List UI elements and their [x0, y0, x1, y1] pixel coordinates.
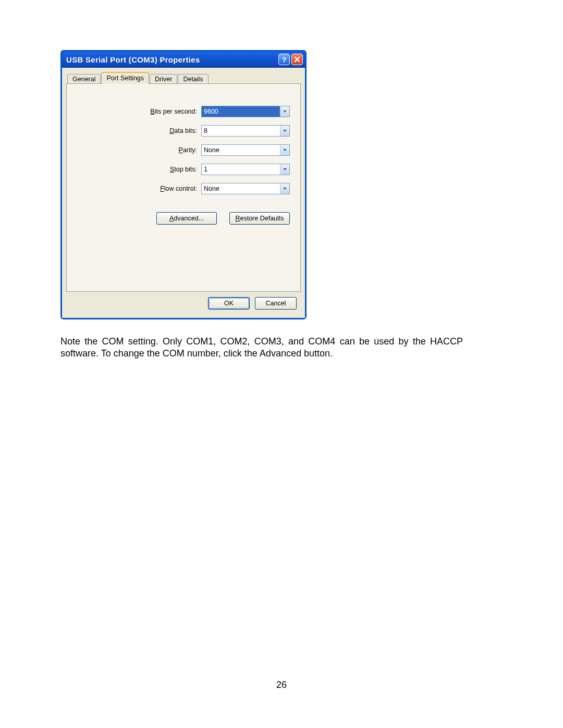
combo-stop-bits[interactable]: 1: [201, 164, 290, 175]
combo-parity[interactable]: None: [201, 144, 290, 156]
combo-value: None: [202, 183, 280, 194]
combo-flow-control[interactable]: None: [201, 183, 290, 194]
port-settings-form: Bits per second: 9600 Data bits: 8: [67, 106, 300, 202]
label-parity: Parity:: [179, 146, 197, 154]
combo-value: 9600: [202, 106, 280, 117]
page-number: 26: [0, 680, 563, 690]
label-data-bits: Data bits:: [169, 127, 197, 134]
combo-bits-per-second[interactable]: 9600: [201, 106, 290, 117]
form-button-row: Advanced... Restore Defaults: [156, 212, 290, 225]
ok-button[interactable]: OK: [208, 297, 250, 310]
titlebar[interactable]: USB Serial Port (COM3) Properties ?: [62, 52, 305, 68]
row-data-bits: Data bits: 8: [67, 125, 290, 137]
row-bits-per-second: Bits per second: 9600: [67, 106, 290, 117]
cancel-button[interactable]: Cancel: [255, 297, 297, 310]
label-stop-bits: Stop bits:: [170, 166, 197, 173]
tab-driver[interactable]: Driver: [150, 74, 177, 84]
tab-general[interactable]: General: [67, 74, 101, 84]
chevron-down-icon[interactable]: [280, 183, 289, 194]
row-parity: Parity: None: [67, 144, 290, 156]
advanced-button[interactable]: Advanced...: [156, 212, 217, 225]
tab-details[interactable]: Details: [178, 74, 208, 84]
combo-value: None: [202, 145, 280, 155]
dialog-button-row: OK Cancel: [66, 292, 301, 314]
chevron-down-icon[interactable]: [280, 106, 289, 117]
close-icon: [294, 56, 300, 63]
close-button[interactable]: [291, 54, 303, 65]
document-page: USB Serial Port (COM3) Properties ? Gene…: [0, 0, 563, 728]
properties-dialog: USB Serial Port (COM3) Properties ? Gene…: [60, 50, 307, 319]
help-icon: ?: [282, 55, 286, 64]
help-button[interactable]: ?: [278, 54, 290, 65]
row-stop-bits: Stop bits: 1: [67, 164, 290, 175]
tab-panel: Bits per second: 9600 Data bits: 8: [66, 83, 301, 292]
window-title: USB Serial Port (COM3) Properties: [62, 55, 278, 64]
combo-data-bits[interactable]: 8: [201, 125, 290, 137]
caption-text: Note the COM setting. Only COM1, COM2, C…: [60, 336, 463, 360]
combo-value: 8: [202, 126, 280, 136]
restore-defaults-button[interactable]: Restore Defaults: [229, 212, 290, 225]
chevron-down-icon[interactable]: [280, 126, 289, 136]
label-bits-per-second: Bits per second:: [150, 108, 197, 115]
tab-strip: General Port Settings Driver Details: [66, 72, 301, 84]
label-flow-control: Flow control:: [160, 185, 197, 192]
dialog-client: General Port Settings Driver Details Bit…: [62, 68, 305, 318]
titlebar-buttons: ?: [278, 54, 305, 65]
row-flow-control: Flow control: None: [67, 183, 290, 194]
chevron-down-icon[interactable]: [280, 145, 289, 155]
combo-value: 1: [202, 164, 280, 175]
chevron-down-icon[interactable]: [280, 164, 289, 175]
tab-port-settings[interactable]: Port Settings: [101, 72, 149, 84]
